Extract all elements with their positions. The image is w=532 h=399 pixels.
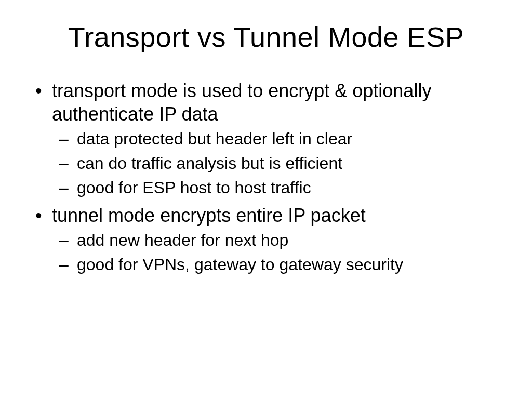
sub-bullet-item: data protected but header left in clear	[52, 128, 501, 150]
sub-bullet-item: good for VPNs, gateway to gateway securi…	[52, 254, 501, 276]
bullet-text: transport mode is used to encrypt & opti…	[52, 80, 431, 125]
bullet-list: transport mode is used to encrypt & opti…	[31, 79, 501, 276]
sub-bullet-list: add new header for next hop good for VPN…	[52, 229, 501, 276]
sub-bullet-list: data protected but header left in clear …	[52, 128, 501, 200]
sub-bullet-item: add new header for next hop	[52, 229, 501, 251]
bullet-item: transport mode is used to encrypt & opti…	[31, 79, 501, 200]
sub-bullet-item: can do traffic analysis but is efficient	[52, 152, 501, 175]
slide: Transport vs Tunnel Mode ESP transport m…	[0, 0, 532, 399]
bullet-item: tunnel mode encrypts entire IP packet ad…	[31, 204, 501, 276]
slide-title: Transport vs Tunnel Mode ESP	[31, 21, 501, 53]
sub-bullet-item: good for ESP host to host traffic	[52, 177, 501, 199]
bullet-text: tunnel mode encrypts entire IP packet	[52, 205, 366, 226]
